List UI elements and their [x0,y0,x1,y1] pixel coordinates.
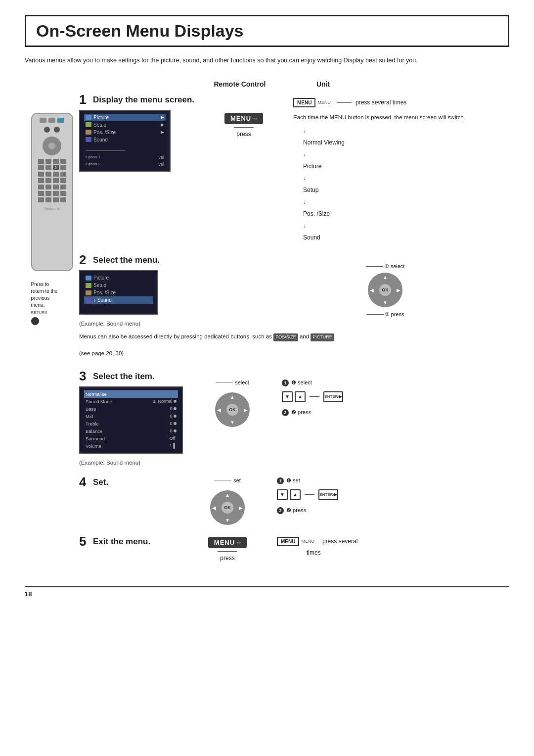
step-5-row: 5 Exit the menu. MENU ⇔ press MENU MENU [79,535,509,562]
step-2-row: 2 Select the menu. Picture Setup Pos. /S… [79,253,509,360]
step-4-number: 4 [79,475,90,488]
page-number: 18 [25,586,509,598]
step-1-unit-press: press several times [356,99,406,106]
intro-text: Various menus allow you to make settings… [25,56,509,65]
step-3-press-label: 2 ❷ press [282,409,311,416]
step-2-title: Select the menu. [93,253,160,265]
press-return-label: Press to return to the previous menu. RE… [31,281,73,325]
step-5-title: Exit the menu. [93,535,150,547]
step-4-title: Set. [93,475,108,487]
step-3-number: 3 [79,370,90,382]
step-5-rc-block: MENU ⇔ press [188,537,267,562]
step-3-title: Select the item. [93,370,155,381]
page-title: On-Screen Menu Displays [25,15,509,47]
step-2-number: 2 [79,253,90,266]
step-5-number: 5 [79,535,90,548]
step-4-row: 4 Set. set ▲ ▼ ◀ ▶ OK [79,475,509,525]
example-sound-step3: (Example: Sound menu) [79,460,140,466]
step-3-unit-block: 1 ❶ select ▼ ▲ ENTER/▶ 2 ❷ press [282,379,343,416]
step-3-rc-block: select ▲ ▼ ◀ ▶ OK [193,379,272,427]
step-5-rc-press: press [220,555,234,562]
step-1-unit-block: MENU MENU press several times Each time … [293,98,465,243]
menu-switch-text: Each time the MENU button is pressed, th… [293,113,465,122]
note-step2: Menus can also be accessed directly by p… [79,332,336,341]
menu-screen-step1: Picture▶ Setup▶ Pos. /Size▶ Sound ──────… [79,110,171,172]
step-1-rc-block: MENU ⇔ press [204,113,283,138]
step-3-row: 3 Select the item. Normalise Sound Mode1… [79,370,509,466]
step-4-unit-block: 1 ❶ set ▼ ▲ ENTER/▶ 2 ❷ press [277,477,338,514]
menu-screen-step2: Picture Setup Pos. /Size ♪ Sound [79,270,158,315]
remote-column: 5 Panasonic Press to return to the previ… [25,93,79,571]
note2-step2: (see page 20, 30) [79,349,124,358]
remote-control-header: Remote Control [173,80,307,88]
step-4-rc-block: set ▲ ▼ ◀ ▶ OK [188,477,267,525]
step-1-rc-press: press [236,131,251,138]
step-1-number: 1 [79,93,90,106]
example-sound-step2: (Example: Sound menu) [79,321,140,327]
step-2-rc-block: ① select ▲ ▼ ◀ ▶ OK ② press [346,263,425,318]
remote-image: 5 Panasonic [31,113,73,271]
step-5-unit-block: MENU MENU press several times [277,537,357,556]
step-1-row: 1 Display the menu screen. Picture▶ Setu… [79,93,509,243]
sound-menu-step3: Normalise Sound Mode1 Normal Bass0 Mid0 … [79,386,183,454]
step-3-select-label: 1 ❶ select [282,379,312,386]
step-1-title: Display the menu screen. [93,93,194,105]
unit-header: Unit [316,80,440,88]
